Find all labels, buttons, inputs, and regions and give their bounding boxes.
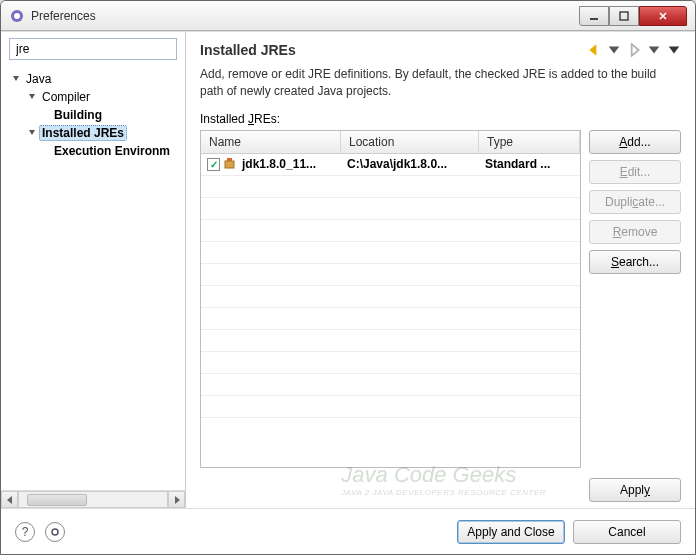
row-type: Standard ... [479, 155, 580, 173]
svg-rect-3 [620, 12, 628, 20]
scroll-thumb[interactable] [27, 494, 87, 506]
jre-icon [224, 156, 238, 173]
tree-item-building[interactable]: Building [51, 107, 105, 123]
svg-rect-4 [225, 161, 234, 168]
remove-button: Remove [589, 220, 681, 244]
page-description: Add, remove or edit JRE definitions. By … [200, 66, 681, 100]
svg-rect-2 [590, 18, 598, 20]
import-export-icon[interactable] [45, 522, 65, 542]
app-icon [9, 8, 25, 24]
edit-button: Edit... [589, 160, 681, 184]
row-checkbox[interactable]: ✓ [207, 158, 220, 171]
apply-and-close-button[interactable]: Apply and Close [457, 520, 565, 544]
duplicate-button: Duplicate... [589, 190, 681, 214]
apply-button[interactable]: Apply [589, 478, 681, 502]
left-pane: Java Compiler Building Installed JREs [1, 32, 186, 508]
help-icon[interactable]: ? [15, 522, 35, 542]
preferences-tree[interactable]: Java Compiler Building Installed JREs [1, 64, 185, 490]
row-location: C:\Java\jdk1.8.0... [341, 155, 479, 173]
horizontal-scrollbar[interactable] [1, 490, 185, 508]
menu-icon[interactable] [667, 43, 681, 57]
jre-table[interactable]: Name Location Type ✓ jdk1.8.0_11... C:\J… [200, 130, 581, 468]
right-pane: Installed JREs Add, remove or edit JRE d… [186, 32, 695, 508]
minimize-button[interactable] [579, 6, 609, 26]
tree-item-execution-environments[interactable]: Execution Environm [51, 143, 173, 159]
chevron-down-icon[interactable] [607, 43, 621, 57]
back-icon[interactable] [587, 43, 601, 57]
scroll-left-icon[interactable] [1, 491, 18, 508]
search-button[interactable]: Search... [589, 250, 681, 274]
forward-icon[interactable] [627, 43, 641, 57]
maximize-button[interactable] [609, 6, 639, 26]
preferences-window: Preferences Java Compiler [0, 0, 696, 555]
tree-item-compiler[interactable]: Compiler [39, 89, 93, 105]
add-button[interactable]: Add... [589, 130, 681, 154]
collapse-icon[interactable] [27, 128, 37, 138]
page-title: Installed JREs [200, 42, 587, 58]
row-name: jdk1.8.0_11... [242, 157, 316, 171]
chevron-down-icon[interactable] [647, 43, 661, 57]
titlebar[interactable]: Preferences [1, 1, 695, 31]
col-name[interactable]: Name [201, 131, 341, 153]
dialog-footer: ? Apply and Close Cancel [1, 508, 695, 554]
col-location[interactable]: Location [341, 131, 479, 153]
tree-item-installed-jres[interactable]: Installed JREs [39, 125, 127, 141]
table-label: Installed JREs: [200, 112, 681, 126]
collapse-icon[interactable] [11, 74, 21, 84]
col-type[interactable]: Type [479, 131, 580, 153]
svg-point-6 [52, 529, 58, 535]
table-row[interactable]: ✓ jdk1.8.0_11... C:\Java\jdk1.8.0... Sta… [201, 154, 580, 176]
window-title: Preferences [31, 9, 579, 23]
collapse-icon[interactable] [27, 92, 37, 102]
cancel-button[interactable]: Cancel [573, 520, 681, 544]
svg-point-1 [14, 13, 20, 19]
svg-rect-5 [227, 158, 232, 161]
filter-input[interactable] [9, 38, 177, 60]
scroll-right-icon[interactable] [168, 491, 185, 508]
tree-item-java[interactable]: Java [23, 71, 54, 87]
close-button[interactable] [639, 6, 687, 26]
